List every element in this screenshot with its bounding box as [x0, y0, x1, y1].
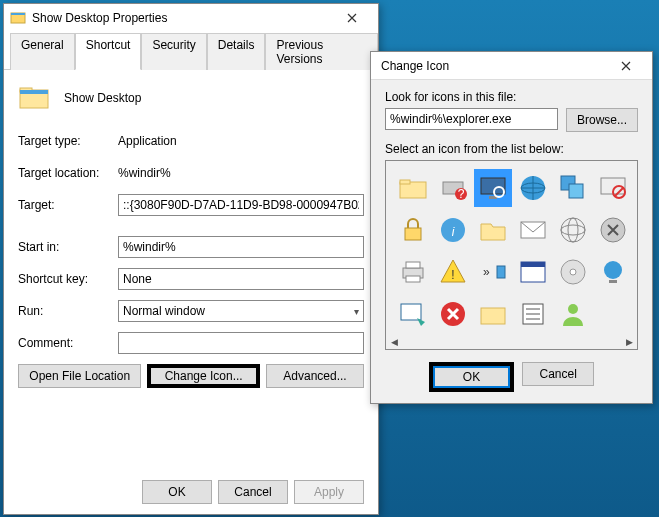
ci-ok-button[interactable]: OK: [433, 366, 510, 388]
blank[interactable]: [594, 295, 632, 333]
row-target-location: Target location: %windir%: [18, 162, 364, 184]
error-icon[interactable]: [434, 295, 472, 333]
svg-rect-10: [481, 178, 505, 194]
svg-point-24: [561, 218, 585, 242]
icon-grid-container: ?i!» ◀ ▶: [385, 160, 638, 350]
svg-rect-39: [609, 280, 617, 283]
row-comment: Comment:: [18, 332, 364, 354]
svg-text:i: i: [452, 225, 455, 239]
tab-details[interactable]: Details: [207, 33, 266, 70]
window-icon: [10, 10, 26, 26]
input-shortcut-key[interactable]: [118, 268, 364, 290]
svg-point-47: [568, 304, 578, 314]
svg-rect-33: [497, 266, 505, 278]
ci-title: Change Icon: [377, 59, 606, 73]
window-title: Show Desktop Properties: [32, 11, 332, 25]
printer-icon[interactable]: [394, 253, 432, 291]
input-target[interactable]: [118, 194, 364, 216]
ci-select-label: Select an icon from the list below:: [385, 142, 638, 156]
ci-ok-highlight: OK: [429, 362, 514, 392]
monitor-magnify-icon[interactable]: [474, 169, 512, 207]
svg-point-25: [561, 225, 585, 235]
ci-look-label: Look for icons in this file:: [385, 90, 638, 104]
close-button[interactable]: [332, 7, 372, 29]
network-globe-icon[interactable]: [594, 253, 632, 291]
app-name: Show Desktop: [64, 91, 141, 105]
scroll-right-icon[interactable]: ▶: [623, 336, 635, 348]
select-run[interactable]: Normal window ▾: [118, 300, 364, 322]
select-run-value: Normal window: [123, 304, 205, 318]
dialog-buttons: OK Cancel Apply: [142, 480, 364, 504]
ci-path-row: Browse...: [385, 108, 638, 132]
svg-rect-6: [400, 180, 410, 184]
label-target-type: Target type:: [18, 134, 118, 148]
svg-rect-35: [521, 262, 545, 267]
scroll-left-icon[interactable]: ◀: [388, 336, 400, 348]
row-start-in: Start in:: [18, 236, 364, 258]
svg-text:!: !: [451, 268, 454, 282]
row-target: Target:: [18, 194, 364, 216]
svg-rect-40: [401, 304, 421, 320]
apply-button[interactable]: Apply: [294, 480, 364, 504]
label-run: Run:: [18, 304, 118, 318]
svg-rect-30: [406, 276, 420, 282]
folder-icon[interactable]: [394, 169, 432, 207]
list-icon[interactable]: [514, 295, 552, 333]
label-start-in: Start in:: [18, 240, 118, 254]
svg-rect-29: [406, 262, 420, 268]
label-comment: Comment:: [18, 336, 118, 350]
app-header: Show Desktop: [18, 82, 364, 114]
icon-grid: ?i!»: [394, 169, 629, 341]
cancel-button[interactable]: Cancel: [218, 480, 288, 504]
tab-bar: General Shortcut Security Details Previo…: [4, 32, 378, 70]
advanced-button[interactable]: Advanced...: [266, 364, 364, 388]
tab-previous-versions[interactable]: Previous Versions: [265, 33, 378, 70]
horizontal-scrollbar[interactable]: ◀ ▶: [386, 335, 637, 349]
ci-dialog-buttons: OK Cancel: [385, 362, 638, 392]
ci-close-button[interactable]: [606, 55, 646, 77]
label-target: Target:: [18, 198, 118, 212]
app-window-icon[interactable]: [514, 253, 552, 291]
user-icon[interactable]: [554, 295, 592, 333]
svg-text:»: »: [483, 265, 490, 279]
svg-rect-20: [405, 228, 421, 240]
row-target-type: Target type: Application: [18, 130, 364, 152]
titlebar[interactable]: Show Desktop Properties: [4, 4, 378, 32]
tab-shortcut[interactable]: Shortcut: [75, 33, 142, 70]
info-icon[interactable]: i: [434, 211, 472, 249]
close-circle-icon[interactable]: [594, 211, 632, 249]
svg-rect-1: [11, 13, 25, 15]
browse-button[interactable]: Browse...: [566, 108, 638, 132]
lock-icon[interactable]: [394, 211, 432, 249]
window-go-icon[interactable]: [394, 295, 432, 333]
chevron-down-icon: ▾: [354, 306, 359, 317]
value-target-type: Application: [118, 134, 364, 148]
label-target-location: Target location:: [18, 166, 118, 180]
tab-security[interactable]: Security: [141, 33, 206, 70]
printer-question-icon[interactable]: ?: [434, 169, 472, 207]
input-start-in[interactable]: [118, 236, 364, 258]
value-target-location: %windir%: [118, 166, 364, 180]
tab-general[interactable]: General: [10, 33, 75, 70]
action-buttons: Open File Location Change Icon... Advanc…: [18, 364, 364, 388]
disc-icon[interactable]: [554, 253, 592, 291]
folder-open-icon[interactable]: [474, 211, 512, 249]
ci-cancel-button[interactable]: Cancel: [522, 362, 594, 386]
folder-plain-icon[interactable]: [474, 295, 512, 333]
ok-button[interactable]: OK: [142, 480, 212, 504]
mail-icon[interactable]: [514, 211, 552, 249]
expand-icon[interactable]: »: [474, 253, 512, 291]
windows-stack-icon[interactable]: [554, 169, 592, 207]
row-shortcut-key: Shortcut key:: [18, 268, 364, 290]
ci-path-input[interactable]: [385, 108, 558, 130]
monitor-blocked-icon[interactable]: [594, 169, 632, 207]
input-comment[interactable]: [118, 332, 364, 354]
globe-icon[interactable]: [514, 169, 552, 207]
ci-titlebar[interactable]: Change Icon: [371, 52, 652, 80]
open-file-location-button[interactable]: Open File Location: [18, 364, 141, 388]
globe-wire-icon[interactable]: [554, 211, 592, 249]
svg-point-37: [570, 269, 576, 275]
warning-icon[interactable]: !: [434, 253, 472, 291]
svg-point-38: [604, 261, 622, 279]
change-icon-button[interactable]: Change Icon...: [147, 364, 260, 388]
